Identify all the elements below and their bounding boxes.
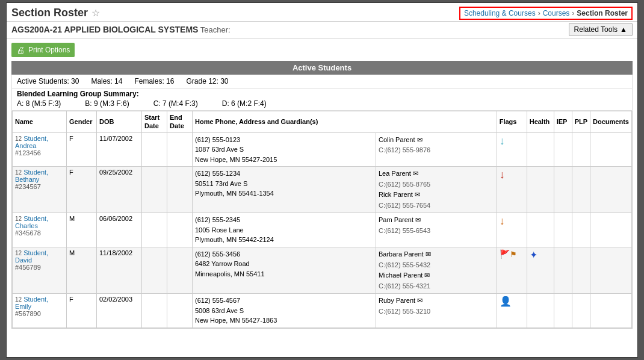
student-plp [572,167,590,213]
active-students-header: Active Students [11,61,633,75]
student-gender: M [67,247,97,293]
student-dob: 02/02/2003 [97,294,142,328]
student-gender: F [67,132,97,167]
student-start-date [142,294,167,328]
student-health [527,213,554,247]
health-star-icon: ✦ [530,250,537,260]
student-plp [572,294,590,328]
student-table: Name Gender DOB StartDate EndDate Home P… [12,111,632,328]
student-dob: 11/18/2002 [97,247,142,293]
teacher-label: Teacher: [200,25,231,34]
col-header-flags: Flags [497,111,527,133]
student-iep [554,132,572,167]
student-start-date [142,213,167,247]
student-iep [554,294,572,328]
student-end-date [167,294,193,328]
col-header-docs: Documents [590,111,632,133]
col-header-start: StartDate [142,111,167,133]
page-title: Section Roster [11,7,88,19]
stats-row: Active Students: 30 Males: 14 Females: 1… [11,75,633,88]
related-tools-button[interactable]: Related Tools ▲ [569,23,633,36]
student-end-date [167,247,193,293]
breadcrumb-sep-1: › [538,9,540,17]
table-row: 12 Student, Charles#345678M06/06/2002(61… [13,213,632,247]
student-name-cell: 12 Student, Bethany#234567 [13,167,67,213]
student-flags: ↓ [497,213,527,247]
student-guardians: Pam Parent ✉C:(612) 555-6543 [376,213,497,247]
student-contact: (612) 555-34566482 Yarrow RoadMinneapoli… [193,247,376,293]
table-row: 12 Student, David#456789M11/18/2002(612)… [13,247,632,293]
student-flags: 👤 [497,294,527,328]
student-name-cell: 12 Student, David#456789 [13,247,67,293]
flag-person-icon: 👤 [500,296,512,306]
student-documents [590,294,632,328]
col-header-end: EndDate [167,111,193,133]
student-dob: 11/07/2002 [97,132,142,167]
student-end-date [167,213,193,247]
print-options-button[interactable]: 🖨 Print Options [11,43,75,57]
blended-summary: Blended Learning Group Summary: A: 8 (M:… [11,88,633,111]
breadcrumb-current: Section Roster [577,9,628,17]
student-name-cell: 12 Student, Andrea#123456 [13,132,67,167]
grade-count: Grade 12: 30 [186,77,228,85]
col-header-iep: IEP [554,111,572,133]
student-documents [590,247,632,293]
student-health [527,132,554,167]
student-contact: (612) 555-45675008 63rd Ave SNew Hope, M… [193,294,376,328]
student-health [527,294,554,328]
student-guardians: Lea Parent ✉C:(612) 555-8765Rick Parent … [376,167,497,213]
breadcrumb-courses[interactable]: Courses [543,9,570,17]
student-dob: 09/25/2002 [97,167,142,213]
student-iep [554,213,572,247]
student-iep [554,247,572,293]
breadcrumb-scheduling[interactable]: Scheduling & Courses [464,9,536,17]
student-health: ✦ [527,247,554,293]
flag-down-red-icon: ↓ [500,169,505,181]
student-start-date [142,247,167,293]
student-plp [572,247,590,293]
blended-group-c: C: 7 (M:4 F:3) [153,99,198,108]
student-flags: 🚩⚑ [497,247,527,293]
flag-down-orange-icon: ↓ [500,215,505,227]
col-header-dob: DOB [97,111,142,133]
col-header-gender: Gender [67,111,97,133]
breadcrumb-sep-2: › [572,9,574,17]
student-iep [554,167,572,213]
student-guardians: Barbara Parent ✉C:(612) 555-5432Michael … [376,247,497,293]
student-end-date [167,132,193,167]
col-header-plp: PLP [572,111,590,133]
student-guardians: Ruby Parent ✉C:(612) 555-3210 [376,294,497,328]
col-header-health: Health [527,111,554,133]
blended-group-a: A: 8 (M:5 F:3) [17,99,61,108]
col-header-contact: Home Phone, Address and Guardian(s) [193,111,497,133]
student-documents [590,213,632,247]
student-dob: 06/06/2002 [97,213,142,247]
student-start-date [142,132,167,167]
course-title: AGS200A-21 APPLIED BIOLOGICAL SYSTEMS [11,25,198,34]
student-gender: M [67,213,97,247]
favorite-icon[interactable]: ☆ [91,7,100,19]
flag-orange-icon: ⚑ [510,250,517,259]
student-flags: ↓ [497,167,527,213]
student-flags: ↓ [497,132,527,167]
student-contact: (612) 555-01231087 63rd Ave SNew Hope, M… [193,132,376,167]
blended-group-d: D: 6 (M:2 F:4) [222,99,267,108]
breadcrumb: Scheduling & Courses › Courses › Section… [459,7,633,20]
flag-down-teal-icon: ↓ [500,135,505,147]
student-gender: F [67,294,97,328]
active-count: Active Students: 30 [17,77,79,85]
table-row: 12 Student, Bethany#234567F09/25/2002(61… [13,167,632,213]
print-label: Print Options [28,46,70,54]
flag-red-icon: 🚩 [500,249,510,259]
student-name-cell: 12 Student, Emily#567890 [13,294,67,328]
student-documents [590,167,632,213]
females-count: Females: 16 [134,77,174,85]
blended-group-b: B: 9 (M:3 F:6) [85,99,129,108]
related-tools-chevron: ▲ [620,25,627,34]
student-contact: (612) 555-23451005 Rose LanePlymouth, MN… [193,213,376,247]
table-row: 12 Student, Andrea#123456F11/07/2002(612… [13,132,632,167]
student-gender: F [67,167,97,213]
males-count: Males: 14 [91,77,122,85]
student-contact: (612) 555-123450511 73rd Ave SPlymouth, … [193,167,376,213]
student-start-date [142,167,167,213]
